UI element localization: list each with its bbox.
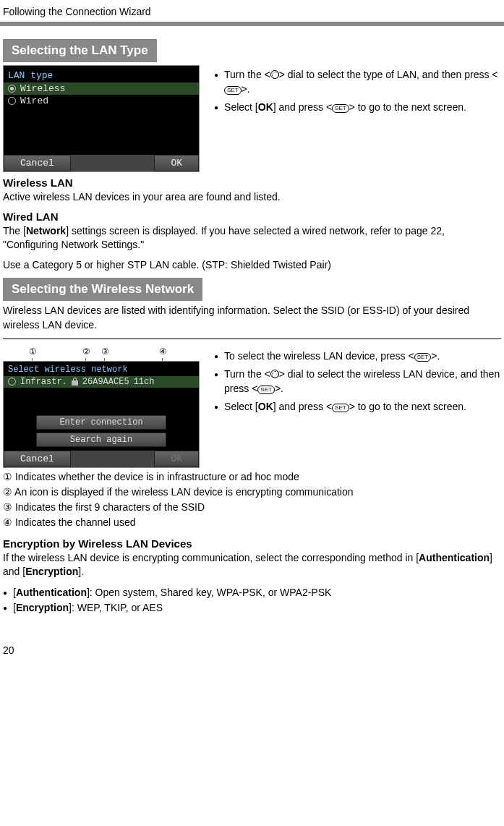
screenshot-select-network: Select wireless network Infrastr. 26A9AA… bbox=[3, 361, 200, 468]
set-icon: SET bbox=[332, 404, 349, 412]
radio-off-icon bbox=[8, 378, 16, 386]
network-row: Infrastr. 26A9AACE5 11ch bbox=[4, 376, 199, 388]
text: > to go to the next screen. bbox=[349, 101, 466, 113]
text-bold: Encryption bbox=[25, 566, 78, 577]
body-text: The [Network] settings screen is display… bbox=[3, 224, 501, 252]
text: >. bbox=[431, 350, 440, 362]
list-item: [Authentication]: Open system, Shared ke… bbox=[3, 585, 501, 600]
instruction-item: Select [OK] and press <SET> to go to the… bbox=[214, 400, 501, 414]
legend-item: ④ Indicates the channel used bbox=[3, 515, 501, 530]
separator bbox=[3, 339, 501, 339]
option-label: Wireless bbox=[20, 83, 65, 94]
ssid-label: 26A9AACE5 bbox=[82, 377, 129, 387]
cancel-button: Cancel bbox=[4, 155, 71, 171]
set-icon: SET bbox=[257, 386, 275, 394]
legend-item: ② An icon is displayed if the wireless L… bbox=[3, 485, 501, 500]
ok-button: OK bbox=[154, 155, 199, 171]
text-bold: OK bbox=[258, 101, 273, 113]
instruction-item: Turn the <> dial to select the wireless … bbox=[214, 367, 501, 396]
body-text: Active wireless LAN devices in your area… bbox=[3, 190, 501, 205]
ok-button-disabled: OK bbox=[154, 451, 199, 467]
list-item: [Encryption]: WEP, TKIP, or AES bbox=[3, 600, 501, 616]
text: Turn the < bbox=[224, 368, 270, 380]
section-heading-wireless-network: Selecting the Wireless Network bbox=[3, 278, 202, 301]
dial-icon bbox=[270, 70, 279, 79]
instruction-list: Turn the <> dial to select the type of L… bbox=[214, 65, 501, 119]
text-bold: Network bbox=[26, 225, 66, 237]
text: ]: WEP, TKIP, or AES bbox=[69, 602, 163, 613]
radio-off-icon bbox=[8, 97, 16, 105]
legend-item: ① Indicates whether the device is in inf… bbox=[3, 469, 501, 485]
subheading-encryption: Encryption by Wireless LAN Devices bbox=[3, 537, 501, 550]
text-bold: Authentication bbox=[16, 587, 87, 598]
encryption-list: [Authentication]: Open system, Shared ke… bbox=[3, 585, 501, 616]
instruction-list: To select the wireless LAN device, press… bbox=[214, 346, 501, 419]
text: If the wireless LAN device is encrypting… bbox=[3, 552, 419, 563]
callout-legend: ① Indicates whether the device is in inf… bbox=[3, 469, 501, 530]
header-rule bbox=[0, 22, 504, 26]
body-text: Wireless LAN devices are listed with ide… bbox=[3, 304, 501, 332]
subheading-wireless-lan: Wireless LAN bbox=[3, 176, 501, 189]
text: ]: Open system, Shared key, WPA-PSK, or … bbox=[87, 587, 331, 598]
text: > dial to select the type of LAN, and th… bbox=[279, 69, 498, 80]
text-bold: OK bbox=[258, 401, 273, 412]
text: Select [ bbox=[224, 401, 258, 412]
page-number: 20 bbox=[3, 644, 501, 656]
body-text: Use a Category 5 or higher STP LAN cable… bbox=[3, 258, 501, 273]
search-again-button: Search again bbox=[36, 433, 166, 447]
legend-item: ③ Indicates the first 9 characters of th… bbox=[3, 500, 501, 515]
radio-on-icon bbox=[8, 85, 16, 93]
set-icon: SET bbox=[332, 104, 349, 113]
text: The [ bbox=[3, 225, 26, 237]
callout-2: ② bbox=[82, 346, 90, 357]
dial-icon bbox=[270, 370, 279, 378]
instruction-item: Select [OK] and press <SET> to go to the… bbox=[214, 101, 501, 115]
section-heading-lan-type: Selecting the LAN Type bbox=[3, 39, 157, 62]
set-icon: SET bbox=[414, 353, 432, 362]
text: >. bbox=[275, 383, 283, 394]
text: Turn the < bbox=[224, 69, 270, 80]
callout-4: ④ bbox=[159, 346, 167, 357]
channel-label: 11ch bbox=[134, 377, 155, 387]
text-bold: Authentication bbox=[419, 552, 490, 563]
text: Select [ bbox=[224, 101, 258, 113]
set-icon: SET bbox=[224, 86, 242, 95]
text: To select the wireless LAN device, press… bbox=[224, 350, 414, 362]
instruction-item: Turn the <> dial to select the type of L… bbox=[214, 68, 501, 96]
option-label: Wired bbox=[20, 95, 48, 106]
lock-icon bbox=[72, 378, 78, 386]
text: ]. bbox=[78, 566, 84, 577]
text: ] and press < bbox=[273, 101, 332, 113]
callout-3: ③ bbox=[101, 346, 109, 357]
screenshot-lan-type: LAN type Wireless Wired Cancel OK bbox=[3, 65, 200, 172]
text: ] settings screen is displayed. If you h… bbox=[3, 225, 445, 251]
callout-1: ① bbox=[29, 346, 37, 357]
text: > to go to the next screen. bbox=[349, 401, 466, 412]
body-text: If the wireless LAN device is encrypting… bbox=[3, 551, 501, 579]
mode-label: Infrastr. bbox=[20, 377, 67, 387]
text: ] and press < bbox=[273, 401, 332, 412]
bottom-bar: Cancel OK bbox=[4, 451, 199, 467]
enter-connection-button: Enter connection bbox=[36, 415, 166, 430]
callout-labels: ① ② ③ ④ bbox=[3, 346, 200, 359]
instruction-item: To select the wireless LAN device, press… bbox=[214, 349, 501, 364]
subheading-wired-lan: Wired LAN bbox=[3, 210, 501, 223]
option-wireless: Wireless bbox=[4, 82, 199, 95]
screenshot-title: LAN type bbox=[4, 69, 199, 82]
text-bold: Encryption bbox=[16, 602, 69, 613]
screenshot-title: Select wireless network bbox=[4, 362, 199, 376]
page-header: Following the Connection Wizard bbox=[3, 0, 501, 22]
text: >. bbox=[242, 83, 250, 95]
bottom-bar: Cancel OK bbox=[4, 155, 199, 171]
cancel-button: Cancel bbox=[4, 451, 71, 467]
option-wired: Wired bbox=[4, 95, 199, 107]
